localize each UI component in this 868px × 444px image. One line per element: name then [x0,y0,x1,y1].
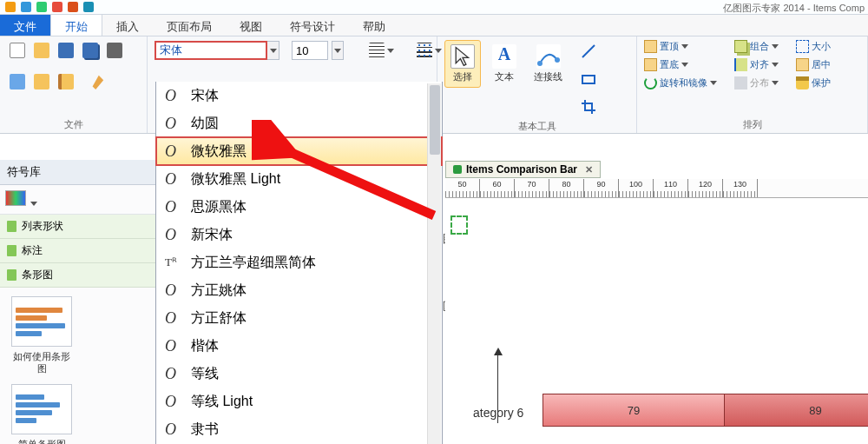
text-tool-button[interactable]: A 文本 [486,40,523,88]
font-option[interactable]: O方正舒体 [156,304,442,332]
font-option[interactable]: O新宋体 [156,221,442,249]
close-icon[interactable]: ✕ [585,164,593,176]
group-arrange-label: 排列 [644,116,860,133]
cut-icon[interactable] [7,71,28,92]
tab-file[interactable]: 文件 [0,15,50,36]
send-back-icon [644,58,657,71]
font-dropdown-button[interactable] [267,41,279,60]
font-option[interactable]: O等线 [156,360,442,388]
shape-card-simple[interactable]: 简单条形图 [9,384,75,444]
connector-icon [536,44,561,69]
svg-line-2 [582,45,595,57]
window-title: 亿图图示专家 2014 - Items Comp [723,2,865,15]
selection-marker[interactable] [450,215,468,235]
align-icon [734,58,747,71]
axis-arrow-icon [494,348,503,355]
tab-start[interactable]: 开始 [50,15,102,36]
rect-tool-icon[interactable] [577,68,600,90]
doc-tab-label: Items Comparison Bar [466,163,577,176]
font-option[interactable]: O微软雅黑 Light [156,165,442,193]
tab-layout[interactable]: 页面布局 [153,15,226,36]
section-list-shapes[interactable]: 列表形状 [0,215,155,239]
color-swatch-icon[interactable] [5,190,26,206]
group-button[interactable]: 组合 [734,40,779,53]
shape-card-howto[interactable]: 如何使用条形图 [9,296,75,375]
center-icon [796,58,809,71]
main-tabs: 文件 开始 插入 页面布局 视图 符号设计 帮助 [0,14,868,36]
open-icon[interactable] [31,40,52,61]
font-option[interactable]: O思源黑体 [156,193,442,221]
distribute-button[interactable]: 分布 [734,76,779,89]
distribute-icon [734,76,747,89]
svg-rect-3 [582,76,595,83]
align-button[interactable] [366,40,397,61]
bar-row[interactable]: 79 89 [542,394,868,427]
tab-symbol[interactable]: 符号设计 [276,15,349,36]
size-dropdown-button[interactable] [332,41,344,60]
doc-tab-icon [453,165,462,174]
size-icon [796,40,809,53]
save-icon[interactable] [56,40,76,61]
scrollbar[interactable] [427,83,441,444]
canvas[interactable]: ategory 6 79 89 [445,198,868,233]
group-basictools-label: 基本工具 [444,118,629,135]
select-tool-button[interactable]: 选择 [444,40,481,88]
book-icon [7,221,16,232]
send-back-button[interactable]: 置底 [644,58,717,71]
rotate-mirror-button[interactable]: 旋转和镜像 [644,76,717,89]
group-file-label: 文件 [7,116,140,133]
copy-icon[interactable] [31,71,52,92]
font-option[interactable]: O宋体 [156,82,442,109]
cursor-icon [450,44,475,69]
crop-tool-icon[interactable] [577,96,600,118]
rotate-icon [644,76,657,89]
tab-help[interactable]: 帮助 [349,15,399,36]
center-button[interactable]: 居中 [796,58,831,71]
font-dropdown-list[interactable]: O宋体O幼圆O微软雅黑O微软雅黑 LightO思源黑体O新宋体Tᴿ方正兰亭超细黑… [155,82,443,444]
print-icon[interactable] [104,40,125,61]
bar-chart[interactable]: ategory 6 79 89 [480,350,868,444]
new-icon[interactable] [7,40,28,61]
protect-button[interactable]: 保护 [796,76,831,89]
palette-row [0,185,155,215]
tab-insert[interactable]: 插入 [102,15,153,36]
ruler-ticks: 5060708090100110120130 [445,179,758,197]
bring-front-icon [644,40,657,53]
svg-point-1 [555,57,560,63]
horizontal-ruler: 5060708090100110120130 [445,179,868,198]
group-icon [734,40,747,53]
section-barcharts[interactable]: 条形图 [0,263,155,288]
saveall-icon[interactable] [80,40,101,61]
line-tool-icon[interactable] [577,40,600,63]
size-button[interactable]: 大小 [796,40,831,53]
font-option[interactable]: O微软雅黑 [156,137,442,165]
font-option[interactable]: O等线 Light [156,388,442,415]
svg-point-0 [537,61,542,66]
font-option[interactable]: O幼圆 [156,109,442,137]
font-family-input[interactable] [155,41,267,60]
book-icon [7,269,16,281]
font-option[interactable]: O楷体 [156,332,442,360]
bring-front-button[interactable]: 置顶 [644,40,717,53]
font-option[interactable]: Tᴿ方正兰亭超细黑简体 [156,249,442,276]
lock-icon [796,76,809,89]
symbol-library-panel: 符号库 列表形状 标注 条形图 如何使用条形图 简单条形图 [0,160,156,444]
format-painter-icon[interactable] [87,71,108,92]
symbol-library-title: 符号库 [0,160,155,185]
font-option[interactable]: O方正姚体 [156,276,442,304]
bar-segment-a[interactable]: 79 [542,394,725,427]
bar-segment-b[interactable]: 89 [725,394,868,427]
section-callouts[interactable]: 标注 [0,239,155,263]
scroll-thumb[interactable] [430,85,440,155]
document-area: Items Comparison Bar ✕ 50607080901001101… [445,160,868,444]
document-tab[interactable]: Items Comparison Bar ✕ [445,161,601,178]
tab-view[interactable]: 视图 [226,15,276,36]
font-option[interactable]: O隶书 [156,415,442,443]
paste-icon[interactable] [56,71,76,92]
align-arrange-button[interactable]: 对齐 [734,58,779,71]
connector-tool-button[interactable]: 连接线 [528,40,569,88]
category-label: ategory 6 [473,406,523,420]
font-size-input[interactable] [292,41,328,60]
book-icon [7,245,16,256]
